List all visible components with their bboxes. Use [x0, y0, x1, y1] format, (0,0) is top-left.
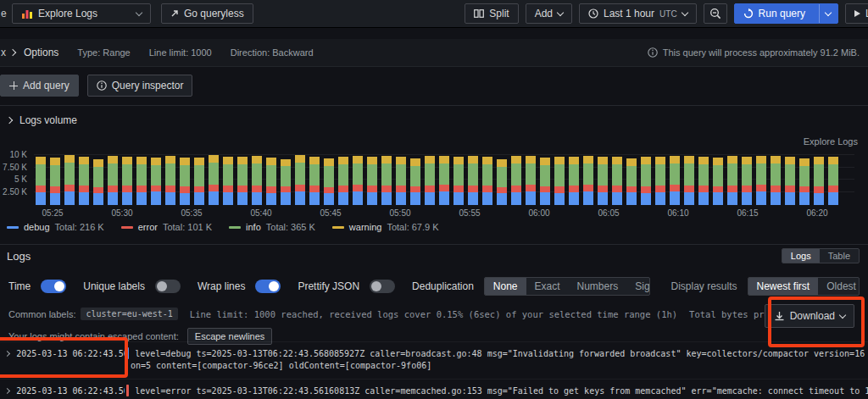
options-expander[interactable]: Options — [10, 47, 58, 58]
legend-swatch — [7, 226, 19, 229]
row-expander-icon[interactable] — [5, 352, 16, 356]
query-inspector-button[interactable]: Query inspector — [87, 75, 193, 97]
volume-bar — [151, 158, 161, 205]
split-panes-icon — [474, 9, 484, 18]
run-query-caret[interactable] — [819, 4, 837, 23]
wrap-lines-toggle[interactable] — [255, 280, 281, 293]
volume-bar — [439, 156, 449, 205]
go-queryless-button[interactable]: Go queryless — [161, 3, 253, 24]
legend-swatch — [229, 226, 241, 229]
app-picker-dropdown[interactable]: Explore Logs — [12, 3, 151, 24]
legend-item-warning[interactable]: warning Total: 67.9 K — [332, 222, 439, 232]
volume-bar — [295, 155, 305, 205]
volume-bar — [281, 159, 291, 205]
chevron-right-icon — [9, 49, 16, 56]
clock-icon — [588, 8, 598, 19]
display-results-group: Newest first Oldest first — [748, 277, 860, 296]
log-level-indicator — [126, 385, 129, 396]
display-option-oldest[interactable]: Oldest first — [818, 278, 860, 295]
volume-bar — [453, 157, 464, 205]
volume-bar — [396, 157, 406, 205]
legend-series-total: Total: 216 K — [55, 222, 104, 232]
legend-item-debug[interactable]: debug Total: 216 K — [7, 222, 104, 232]
logs-volume-title: Logs volume — [19, 114, 77, 126]
time-zone-label: UTC — [659, 9, 677, 19]
volume-bar — [122, 157, 132, 205]
volume-bar — [569, 157, 579, 205]
display-results-label: Display results — [670, 280, 737, 292]
unique-labels-toggle[interactable] — [155, 280, 181, 293]
x-axis-label: 06:05 — [592, 208, 626, 218]
dedup-option-numbers[interactable]: Numbers — [569, 278, 627, 295]
log-row[interactable]: 2025-03-13 06:22:43.561 level=error ts=2… — [0, 379, 868, 399]
x-axis-label: 05:40 — [244, 208, 278, 218]
zoom-out-button[interactable] — [704, 3, 727, 24]
volume-bar — [136, 157, 147, 205]
x-axis-label: 06:20 — [800, 208, 834, 218]
legend-item-info[interactable]: info Total: 365 K — [229, 222, 315, 232]
legend-series-total: Total: 101 K — [163, 222, 212, 232]
view-option-logs[interactable]: Logs — [782, 249, 820, 263]
download-icon — [774, 311, 785, 322]
zoom-out-icon — [709, 8, 721, 19]
log-row[interactable]: 2025-03-13 06:22:43.568 level=debug ts=2… — [0, 341, 868, 379]
logs-volume-header[interactable]: Logs volume — [7, 114, 77, 126]
add-query-button[interactable]: Add query — [0, 75, 79, 97]
volume-bar — [223, 157, 233, 205]
legend-series-name: warning — [349, 222, 382, 232]
logs-volume-xlabels: 05:2505:3005:3505:4005:4505:5005:5506:00… — [34, 208, 854, 220]
volume-bar — [540, 158, 550, 205]
view-option-table[interactable]: Table — [820, 249, 859, 263]
volume-bar — [742, 157, 752, 205]
logs-volume-plot[interactable] — [34, 152, 854, 205]
volume-bar — [799, 158, 810, 205]
toggle-knob — [157, 281, 167, 291]
dedup-option-none[interactable]: None — [485, 278, 526, 295]
row-expander-icon[interactable] — [5, 389, 16, 393]
log-line-wrap: on=5 content=[compactor-96ce2] oldConten… — [0, 361, 868, 376]
explore-logs-link[interactable]: Explore Logs — [804, 136, 858, 147]
x-axis-label: 05:55 — [453, 208, 487, 218]
volume-bar — [698, 157, 709, 205]
toolbar-right-actions: Split Add Last 1 hour UTC — [465, 3, 868, 24]
time-range-picker[interactable]: Last 1 hour UTC — [579, 3, 697, 24]
query-actions-row: Add query Query inspector — [0, 75, 192, 97]
common-labels-badge: cluster=eu-west-1 — [81, 308, 177, 320]
volume-bar — [612, 157, 622, 205]
volume-bar — [583, 156, 593, 205]
toggle-knob — [371, 281, 381, 291]
split-label: Split — [489, 8, 509, 19]
clipped-text-fragment: x — [1, 47, 6, 58]
add-dropdown[interactable]: Add — [526, 3, 572, 24]
volume-bar — [814, 157, 824, 205]
time-toggle[interactable] — [41, 280, 66, 293]
legend-item-error[interactable]: error Total: 101 K — [121, 222, 212, 232]
refresh-icon — [743, 8, 754, 19]
chevron-down-icon — [839, 311, 846, 318]
download-label: Download — [790, 310, 835, 322]
volume-bar — [266, 158, 276, 205]
volume-bar — [108, 156, 118, 205]
clipped-text-fragment: e — [1, 8, 7, 19]
volume-bar — [670, 156, 680, 205]
volume-bar — [554, 157, 565, 205]
live-button[interactable]: Live — [845, 3, 868, 24]
volume-bar — [309, 157, 320, 205]
display-option-newest[interactable]: Newest first — [748, 278, 819, 295]
run-query-label: Run query — [759, 8, 805, 19]
prettify-json-toggle[interactable] — [370, 280, 395, 293]
common-labels-label: Common labels: — [8, 309, 75, 319]
toggle-label-prettify-json: Prettify JSON — [298, 280, 359, 292]
dedup-option-exact[interactable]: Exact — [526, 278, 569, 295]
dedup-option-signature[interactable]: Signature — [626, 278, 650, 295]
volume-bar — [785, 157, 795, 205]
legend-series-total: Total: 365 K — [266, 222, 315, 232]
volume-bar — [771, 156, 781, 205]
legend-swatch — [332, 226, 344, 229]
volume-bar — [641, 157, 651, 205]
volume-bar — [482, 157, 492, 205]
logs-controls-row: Time Unique labels Wrap lines Prettify J… — [8, 275, 860, 297]
run-query-button[interactable]: Run query — [734, 3, 838, 24]
split-button[interactable]: Split — [465, 3, 518, 24]
download-button[interactable]: Download — [765, 304, 854, 328]
